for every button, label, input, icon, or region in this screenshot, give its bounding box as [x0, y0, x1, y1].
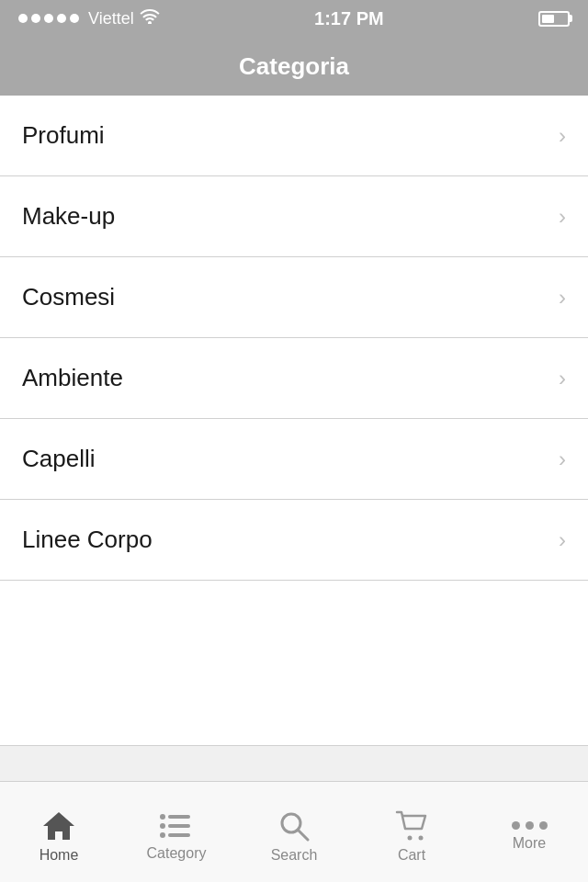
dot-2 — [526, 821, 534, 830]
navigation-bar: Categoria — [0, 37, 588, 96]
signal-dot-3 — [44, 14, 53, 23]
status-left: Viettel — [18, 9, 160, 28]
tab-home-label: Home — [40, 847, 79, 864]
tab-more[interactable]: More — [470, 812, 588, 852]
tab-category[interactable]: Category — [118, 803, 235, 862]
dot-3 — [539, 821, 548, 830]
list-item[interactable]: Make-up › — [0, 176, 588, 257]
svg-point-0 — [160, 814, 165, 820]
svg-line-7 — [298, 830, 308, 840]
tab-cart-label: Cart — [398, 847, 425, 864]
category-list: Profumi › Make-up › Cosmesi › Ambiente ›… — [0, 96, 588, 820]
signal-dot-5 — [70, 14, 79, 23]
more-dots-icon — [512, 821, 548, 830]
search-icon — [278, 810, 310, 842]
svg-point-8 — [408, 835, 413, 840]
status-bar: Viettel 1:17 PM — [0, 0, 588, 37]
svg-rect-3 — [168, 824, 190, 828]
svg-rect-5 — [168, 833, 190, 837]
tab-home[interactable]: Home — [0, 801, 118, 864]
signal-dot-2 — [31, 14, 40, 23]
tab-search-label: Search — [271, 847, 318, 864]
chevron-right-icon: › — [559, 447, 566, 472]
svg-point-9 — [419, 835, 424, 840]
signal-dots — [18, 14, 79, 23]
signal-dot-4 — [57, 14, 66, 23]
tab-bar: Home Category Search Cart — [0, 781, 588, 882]
tab-category-label: Category — [147, 845, 207, 862]
cart-icon — [395, 810, 428, 842]
list-item[interactable]: Linee Corpo › — [0, 500, 588, 581]
list-item[interactable]: Ambiente › — [0, 338, 588, 419]
home-icon — [41, 810, 76, 842]
chevron-right-icon: › — [559, 123, 566, 149]
list-item-label: Make-up — [22, 202, 115, 231]
tab-cart[interactable]: Cart — [353, 801, 470, 864]
list-item[interactable]: Cosmesi › — [0, 257, 588, 338]
status-time: 1:17 PM — [314, 8, 384, 29]
chevron-right-icon: › — [559, 527, 566, 553]
chevron-right-icon: › — [559, 204, 566, 230]
list-item-label: Profumi — [22, 121, 105, 150]
battery-icon — [538, 11, 570, 27]
signal-dot-1 — [18, 14, 28, 23]
wifi-icon — [140, 9, 160, 28]
list-item-label: Cosmesi — [22, 283, 115, 311]
chevron-right-icon: › — [559, 285, 566, 311]
page-title: Categoria — [239, 52, 349, 81]
list-item[interactable]: Profumi › — [0, 96, 588, 176]
empty-section — [0, 581, 588, 746]
svg-rect-1 — [168, 815, 190, 819]
tab-search[interactable]: Search — [235, 801, 353, 864]
list-item[interactable]: Capelli › — [0, 419, 588, 500]
carrier-name: Viettel — [88, 9, 134, 28]
list-item-label: Linee Corpo — [22, 526, 153, 554]
chevron-right-icon: › — [559, 366, 566, 391]
tab-more-label: More — [513, 835, 546, 852]
svg-point-2 — [160, 823, 165, 829]
dot-1 — [512, 821, 520, 830]
status-right — [538, 11, 570, 27]
list-icon — [160, 812, 193, 840]
list-item-label: Capelli — [22, 445, 96, 473]
svg-point-4 — [160, 832, 165, 838]
battery-fill — [542, 15, 554, 23]
list-item-label: Ambiente — [22, 364, 123, 392]
